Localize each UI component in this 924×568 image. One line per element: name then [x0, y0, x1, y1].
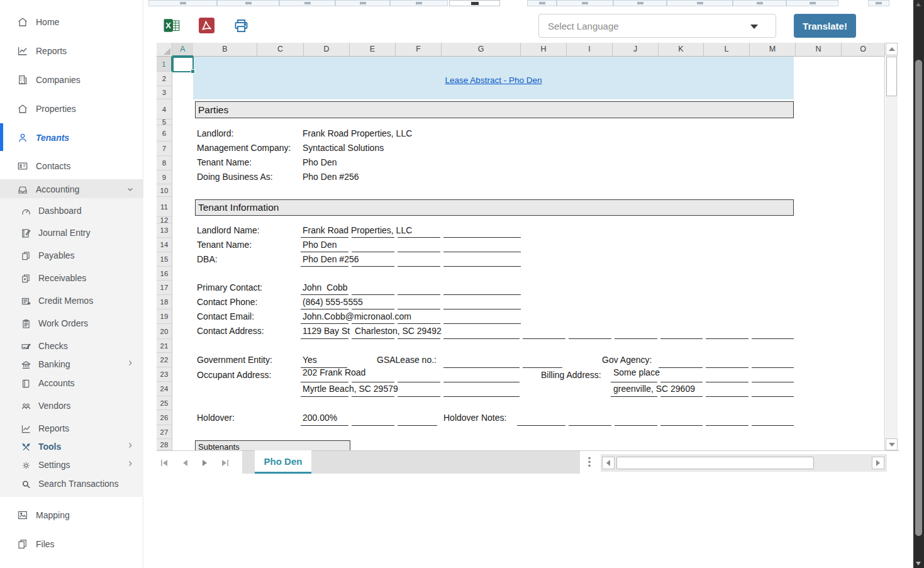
row-header-10[interactable]: 10 — [157, 184, 172, 197]
row-header-14[interactable]: 14 — [157, 238, 172, 252]
field-label[interactable]: Doing Business As: — [197, 172, 273, 182]
sidebar-item-mapping[interactable]: Mapping — [0, 507, 143, 523]
export-excel-button[interactable]: X — [164, 18, 181, 35]
top-tab-stub-12[interactable] — [786, 0, 838, 6]
field-label[interactable]: GSALease no.: — [377, 355, 437, 365]
scroll-up-button[interactable] — [886, 43, 898, 55]
row-header-20[interactable]: 20 — [157, 324, 172, 339]
field-label[interactable]: Contact Address: — [197, 326, 264, 336]
field-label[interactable]: Tenant Name: — [197, 240, 252, 250]
row-header-24[interactable]: 24 — [157, 382, 172, 396]
field-label[interactable]: Primary Contact: — [197, 282, 262, 292]
sidebar-item-reports-sub[interactable]: Reports — [0, 420, 143, 437]
column-header-C[interactable]: C — [257, 43, 304, 57]
field-value[interactable]: Yes — [303, 355, 317, 365]
column-header-F[interactable]: F — [396, 43, 442, 57]
hscroll-thumb[interactable] — [616, 457, 814, 469]
field-value[interactable]: 200.00% — [303, 413, 337, 423]
field-value[interactable]: John Cobb — [303, 282, 348, 292]
sidebar-item-tenants[interactable]: Tenants — [0, 130, 143, 146]
chevron-right-icon[interactable] — [126, 459, 135, 468]
top-tab-stub-2[interactable] — [217, 0, 279, 6]
prev-sheet-button[interactable] — [179, 457, 191, 469]
field-value[interactable]: Frank Road Properties, LLC — [303, 128, 412, 138]
row-header-11[interactable]: 11 — [157, 197, 172, 217]
field-label[interactable]: Government Entity: — [197, 355, 272, 365]
field-value[interactable]: 202 Frank Road — [303, 367, 365, 377]
chevron-right-icon[interactable] — [126, 359, 135, 367]
sidebar-item-dashboard[interactable]: Dashboard — [0, 203, 143, 219]
row-header-3[interactable]: 3 — [157, 86, 172, 99]
app-scrollbar-thumb[interactable] — [915, 60, 922, 536]
print-button[interactable] — [233, 18, 250, 35]
field-label[interactable]: Management Company: — [197, 143, 291, 153]
sidebar-item-journal-entry[interactable]: Journal Entry — [0, 225, 143, 241]
sidebar-item-reports[interactable]: Reports — [0, 43, 143, 59]
top-tab-stub-4[interactable] — [335, 0, 390, 6]
top-tab-stub-11[interactable] — [733, 0, 786, 6]
row-header-18[interactable]: 18 — [157, 295, 172, 309]
column-header-A[interactable]: A — [172, 43, 194, 57]
lease-abstract-link[interactable]: Lease Abstract - Pho Den — [445, 75, 542, 85]
column-header-M[interactable]: M — [750, 43, 796, 57]
top-tab-stub-7[interactable] — [527, 0, 557, 6]
row-header-6[interactable]: 6 — [157, 125, 172, 142]
top-tab-stub-10[interactable] — [667, 0, 733, 6]
row-header-28[interactable]: 28 — [157, 439, 172, 450]
field-value[interactable]: 1129 Bay St Charleston, SC 29492 — [303, 326, 442, 336]
sidebar-item-companies[interactable]: Companies — [0, 72, 143, 88]
field-label[interactable]: Billing Address: — [541, 370, 601, 380]
field-label[interactable]: Landlord Name: — [197, 225, 260, 235]
column-header-K[interactable]: K — [659, 43, 704, 57]
first-sheet-button[interactable] — [159, 457, 170, 469]
top-tab-stub-6[interactable] — [449, 0, 500, 6]
field-label[interactable]: Occupant Address: — [197, 370, 271, 380]
translate-button[interactable]: Translate! — [794, 14, 856, 38]
scroll-right-button[interactable] — [872, 457, 884, 469]
sidebar-item-receivables[interactable]: Receivables — [0, 270, 143, 286]
sidebar-item-vendors[interactable]: Vendors — [0, 398, 143, 414]
column-header-L[interactable]: L — [704, 43, 750, 57]
row-header-4[interactable]: 4 — [157, 99, 172, 120]
row-header-13[interactable]: 13 — [157, 223, 172, 238]
column-header-E[interactable]: E — [350, 43, 396, 57]
row-header-26[interactable]: 26 — [157, 410, 172, 425]
field-label[interactable]: Holdover: — [197, 413, 235, 423]
sidebar-item-work-orders[interactable]: Work Orders — [0, 315, 143, 331]
row-header-5[interactable]: 5 — [157, 120, 172, 125]
field-value[interactable]: greenville, SC 29609 — [613, 384, 695, 394]
field-value[interactable]: (864) 555-5555 — [303, 297, 363, 307]
field-value[interactable]: Syntactical Solutions — [303, 143, 384, 153]
field-label[interactable]: Landlord: — [197, 128, 233, 138]
selected-cell-A1[interactable] — [172, 57, 194, 72]
scroll-down-button[interactable] — [886, 438, 898, 450]
sidebar-item-accounting[interactable]: Accounting — [0, 181, 143, 198]
field-label[interactable]: Tenant Name: — [197, 157, 252, 167]
row-header-23[interactable]: 23 — [157, 367, 172, 382]
scroll-left-button[interactable] — [602, 457, 615, 469]
column-header-D[interactable]: D — [304, 43, 350, 57]
fill-handle[interactable] — [191, 69, 195, 74]
field-label[interactable]: Holdover Notes: — [443, 413, 506, 423]
sidebar-item-credit-memos[interactable]: Credit Memos — [0, 292, 143, 309]
tab-bar-resize-handle[interactable]: ••• — [587, 457, 592, 469]
row-header-7[interactable]: 7 — [157, 142, 172, 156]
row-header-8[interactable]: 8 — [157, 156, 172, 170]
column-header-O[interactable]: O — [842, 43, 885, 57]
column-header-I[interactable]: I — [567, 43, 613, 57]
select-all-corner[interactable] — [157, 43, 172, 57]
field-value[interactable]: John.Cobb@micronaol.com — [303, 311, 411, 321]
row-header-15[interactable]: 15 — [157, 252, 172, 267]
column-header-B[interactable]: B — [193, 43, 257, 57]
sidebar-item-payables[interactable]: Payables — [0, 247, 143, 264]
field-value[interactable]: Pho Den — [303, 157, 337, 167]
field-label[interactable]: Contact Phone: — [197, 297, 258, 307]
section-header-parties[interactable]: Parties — [195, 101, 794, 118]
column-header-H[interactable]: H — [521, 43, 567, 57]
row-header-25[interactable]: 25 — [157, 396, 172, 410]
row-header-1[interactable]: 1 — [157, 57, 172, 72]
sidebar-item-search-transactions[interactable]: Search Transactions — [0, 476, 143, 492]
sidebar-item-accounts[interactable]: Accounts — [0, 375, 143, 391]
top-tab-stub-3[interactable] — [279, 0, 335, 6]
top-tab-stub-8[interactable] — [557, 0, 613, 6]
